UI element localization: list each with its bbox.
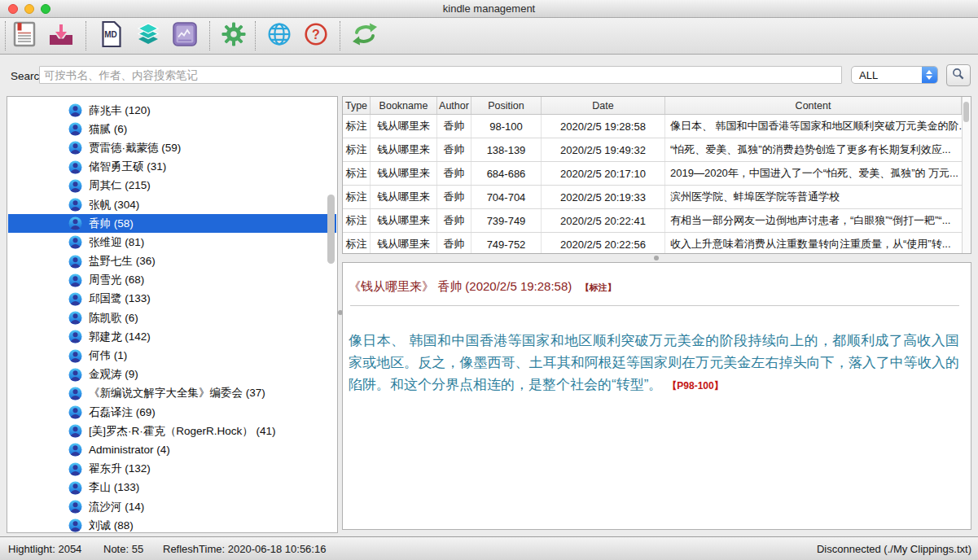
column-header-position[interactable]: Position bbox=[471, 97, 542, 114]
table-row[interactable]: 标注钱从哪里来香帅704-7042020/2/5 20:19:33滨州医学院、蚌… bbox=[343, 186, 962, 209]
title-bar: kindle management bbox=[0, 0, 978, 18]
author-label: 盐野七生 (36) bbox=[89, 254, 156, 269]
statistics-button[interactable] bbox=[166, 19, 203, 53]
table-cell: 香帅 bbox=[437, 186, 471, 208]
author-item[interactable]: 何伟 (1) bbox=[8, 346, 336, 365]
note-count: Note: 55 bbox=[103, 543, 143, 555]
table-cell: 2020/2/5 20:19:33 bbox=[542, 186, 665, 208]
author-tree: 薛兆丰 (120)猫腻 (6)贾雷德·戴蒙德 (59)储智勇王硕 (31)周其仁… bbox=[8, 98, 336, 532]
table-scrollbar-thumb[interactable] bbox=[963, 102, 969, 122]
detail-divider bbox=[350, 305, 959, 306]
notes-table-panel: TypeBooknameAuthorPositionDateContent 标注… bbox=[342, 96, 971, 254]
author-item[interactable]: 陈凯歌 (6) bbox=[8, 308, 336, 327]
author-item[interactable]: 翟东升 (132) bbox=[8, 460, 336, 479]
toolbar-separator bbox=[340, 21, 340, 50]
table-cell: 钱从哪里来 bbox=[371, 115, 437, 138]
author-label: 流沙河 (14) bbox=[89, 500, 144, 514]
language-button[interactable] bbox=[261, 19, 297, 53]
author-item[interactable]: 贾雷德·戴蒙德 (59) bbox=[8, 138, 336, 157]
table-cell: “怕死、爱美、孤独”的消费趋势创造了更多有长期复利效应... bbox=[665, 138, 962, 161]
author-item[interactable]: 《新编说文解字大全集》编委会 (37) bbox=[8, 384, 336, 403]
column-header-author[interactable]: Author bbox=[437, 97, 471, 114]
minimize-button[interactable] bbox=[24, 4, 34, 14]
table-cell: 2020/2/5 19:28:58 bbox=[542, 115, 665, 138]
refresh-button[interactable] bbox=[345, 19, 384, 53]
table-row[interactable]: 标注钱从哪里来香帅739-7492020/2/5 20:22:41有相当一部分网… bbox=[343, 209, 962, 233]
table-cell: 标注 bbox=[343, 138, 371, 161]
table-cell: 标注 bbox=[343, 162, 371, 185]
author-label: 石磊译注 (69) bbox=[89, 405, 156, 420]
filter-dropdown-value: ALL bbox=[852, 69, 922, 81]
table-row[interactable]: 标注钱从哪里来香帅684-6862020/2/5 20:17:102019—20… bbox=[343, 162, 962, 186]
column-header-content[interactable]: Content bbox=[665, 97, 962, 114]
layers-button[interactable] bbox=[129, 19, 166, 53]
author-item[interactable]: 猫腻 (6) bbox=[8, 120, 336, 138]
dropdown-stepper-icon bbox=[922, 67, 937, 83]
notes-button[interactable] bbox=[6, 19, 42, 53]
author-item[interactable]: Administrator (4) bbox=[8, 440, 336, 459]
markdown-export-button[interactable]: MD bbox=[93, 19, 129, 53]
author-item[interactable]: 李山 (133) bbox=[8, 479, 336, 497]
filter-dropdown[interactable]: ALL bbox=[851, 66, 938, 84]
author-person-icon bbox=[68, 481, 82, 495]
author-label: 周其仁 (215) bbox=[89, 178, 151, 193]
author-person-icon bbox=[68, 500, 82, 514]
table-row[interactable]: 标注钱从哪里来香帅749-7522020/2/5 20:22:56收入上升意味着… bbox=[343, 233, 962, 254]
close-button[interactable] bbox=[8, 4, 18, 14]
table-cell: 标注 bbox=[343, 233, 371, 254]
author-item[interactable]: 邱国鹭 (133) bbox=[8, 290, 336, 308]
author-label: 郭建龙 (142) bbox=[89, 330, 151, 344]
author-item[interactable]: 金观涛 (9) bbox=[8, 365, 336, 384]
globe-language-icon bbox=[267, 22, 292, 50]
author-label: 刘诚 (88) bbox=[89, 518, 134, 533]
note-detail-title: 《钱从哪里来》 香帅 (2020/2/5 19:28:58) bbox=[349, 279, 572, 293]
connection-status: Disconnected (./My Clippings.txt) bbox=[817, 543, 971, 555]
author-item[interactable]: [美]罗杰·R·霍克（RogerR.Hock） (41) bbox=[8, 422, 336, 440]
table-row[interactable]: 标注钱从哪里来香帅98-1002020/2/5 19:28:58像日本、 韩国和… bbox=[343, 115, 962, 138]
search-input[interactable] bbox=[39, 66, 842, 84]
author-item[interactable]: 储智勇王硕 (31) bbox=[8, 158, 336, 177]
author-person-icon bbox=[68, 273, 82, 287]
author-item[interactable]: 薛兆丰 (120) bbox=[8, 101, 336, 120]
author-item[interactable]: 石磊译注 (69) bbox=[8, 403, 336, 422]
highlight-count: Hightlight: 2054 bbox=[8, 543, 81, 555]
author-label: 周雪光 (68) bbox=[89, 273, 144, 287]
author-label: 香帅 (58) bbox=[89, 217, 134, 231]
author-item[interactable]: 周雪光 (68) bbox=[8, 271, 336, 290]
window-title: kindle management bbox=[0, 0, 978, 15]
author-item[interactable]: 张帆 (304) bbox=[8, 195, 336, 214]
table-cell: 钱从哪里来 bbox=[371, 138, 437, 161]
toolbar-separator bbox=[255, 21, 256, 50]
author-item[interactable]: 刘诚 (88) bbox=[8, 516, 336, 533]
author-person-icon bbox=[68, 255, 82, 269]
column-header-type[interactable]: Type bbox=[343, 97, 371, 114]
table-cell: 香帅 bbox=[437, 138, 471, 161]
author-item[interactable]: 香帅 (58) bbox=[8, 214, 336, 233]
horizontal-splitter-handle[interactable] bbox=[654, 256, 659, 260]
table-row[interactable]: 标注钱从哪里来香帅138-1392020/2/5 19:49:32“怕死、爱美、… bbox=[343, 138, 962, 162]
help-button[interactable]: ? bbox=[297, 19, 334, 53]
author-item[interactable]: 张维迎 (81) bbox=[8, 233, 336, 252]
author-person-icon bbox=[68, 405, 82, 419]
column-header-bookname[interactable]: Bookname bbox=[371, 97, 437, 114]
author-item[interactable]: 盐野七生 (36) bbox=[8, 252, 336, 271]
author-item[interactable]: 流沙河 (14) bbox=[8, 497, 336, 516]
table-cell: 749-752 bbox=[471, 233, 542, 254]
author-item[interactable]: 郭建龙 (142) bbox=[8, 327, 336, 346]
author-tree-panel: 薛兆丰 (120)猫腻 (6)贾雷德·戴蒙德 (59)储智勇王硕 (31)周其仁… bbox=[7, 96, 338, 533]
table-scrollbar-track[interactable] bbox=[962, 97, 971, 253]
settings-button[interactable] bbox=[215, 19, 252, 53]
search-button[interactable] bbox=[946, 64, 971, 86]
column-header-date[interactable]: Date bbox=[542, 97, 665, 114]
sidebar-scrollbar-thumb[interactable] bbox=[327, 195, 335, 264]
table-cell: 香帅 bbox=[437, 115, 471, 138]
author-item[interactable]: 周其仁 (215) bbox=[8, 177, 336, 195]
table-cell: 98-100 bbox=[471, 115, 542, 138]
import-clippings-button[interactable] bbox=[42, 19, 79, 53]
author-label: 储智勇王硕 (31) bbox=[89, 160, 166, 174]
table-cell: 有相当一部分网友一边倒地声讨患者，“白眼狼”“倒打一耙”“... bbox=[665, 209, 962, 232]
author-label: Administrator (4) bbox=[89, 444, 170, 456]
maximize-button[interactable] bbox=[41, 4, 50, 14]
table-cell: 钱从哪里来 bbox=[371, 233, 437, 254]
author-person-icon bbox=[68, 311, 82, 325]
